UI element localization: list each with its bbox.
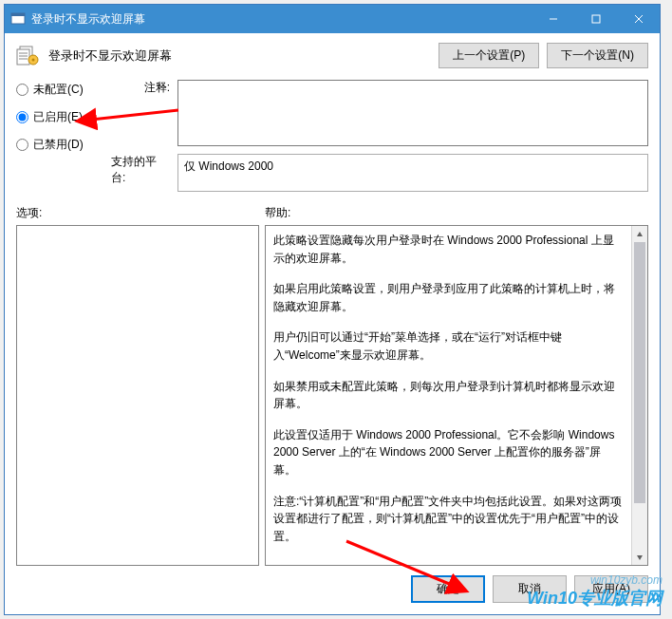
policy-icon [16, 45, 43, 67]
svg-rect-1 [11, 13, 25, 16]
radio-not-configured[interactable]: 未配置(C) [16, 82, 111, 98]
section-labels: 选项: 帮助: [16, 205, 648, 221]
dialog-window: 登录时不显示欢迎屏幕 登录时不显示欢迎屏幕 上一个设置(P) 下一个设置(N) [4, 4, 661, 615]
help-p4: 此设置仅适用于 Windows 2000 Professional。它不会影响 … [273, 426, 623, 479]
radio-enabled[interactable]: 已启用(E) [16, 109, 111, 125]
page-title: 登录时不显示欢迎屏幕 [48, 47, 172, 65]
help-p1: 如果启用此策略设置，则用户登录到应用了此策略的计算机上时，将隐藏欢迎屏幕。 [273, 280, 623, 315]
help-pane: 此策略设置隐藏每次用户登录时在 Windows 2000 Professiona… [265, 225, 648, 566]
config-grid: 未配置(C) 已启用(E) 已禁用(D) 注释: 支持的平台: 仅 Window… [16, 80, 648, 192]
app-icon [10, 11, 26, 27]
radio-disabled[interactable]: 已禁用(D) [16, 137, 111, 153]
next-setting-button[interactable]: 下一个设置(N) [547, 43, 648, 68]
apply-button[interactable]: 应用(A) [574, 575, 648, 603]
scroll-down-icon[interactable] [632, 549, 647, 565]
radio-disabled-label: 已禁用(D) [33, 137, 84, 153]
dialog-content: 登录时不显示欢迎屏幕 上一个设置(P) 下一个设置(N) 未配置(C) 已启用(… [5, 33, 660, 614]
radio-disabled-input[interactable] [16, 139, 28, 151]
help-p5: 注意:“计算机配置”和“用户配置”文件夹中均包括此设置。如果对这两项设置都进行了… [273, 493, 623, 546]
radio-not-configured-label: 未配置(C) [33, 82, 84, 98]
scroll-track[interactable] [632, 242, 647, 549]
prev-setting-button[interactable]: 上一个设置(P) [439, 43, 539, 68]
cancel-button[interactable]: 取消 [493, 575, 567, 603]
minimize-button[interactable] [532, 5, 574, 33]
radio-not-configured-input[interactable] [16, 84, 28, 96]
help-label: 帮助: [265, 205, 648, 221]
window-title: 登录时不显示欢迎屏幕 [31, 11, 145, 28]
svg-marker-14 [637, 555, 643, 560]
help-scrollbar[interactable] [631, 226, 647, 565]
header-row: 登录时不显示欢迎屏幕 上一个设置(P) 下一个设置(N) [16, 43, 648, 68]
panes: 此策略设置隐藏每次用户登录时在 Windows 2000 Professiona… [16, 225, 648, 566]
comment-field[interactable] [177, 80, 648, 146]
svg-rect-7 [17, 49, 29, 65]
svg-marker-13 [637, 232, 643, 236]
footer-buttons: 确定 取消 应用(A) [16, 566, 648, 603]
scroll-thumb[interactable] [634, 242, 645, 503]
svg-point-12 [32, 58, 35, 61]
maximize-button[interactable] [574, 5, 617, 33]
options-pane [16, 225, 259, 566]
options-label: 选项: [16, 205, 265, 221]
svg-rect-3 [592, 15, 600, 23]
supported-label: 支持的平台: [111, 154, 177, 186]
radio-enabled-label: 已启用(E) [33, 109, 83, 125]
help-p0: 此策略设置隐藏每次用户登录时在 Windows 2000 Professiona… [273, 232, 623, 267]
help-p2: 用户仍旧可以通过“开始”菜单选择，或在“运行”对话框中键入“Welcome”来显… [273, 328, 623, 364]
radio-enabled-input[interactable] [16, 111, 28, 123]
ok-button[interactable]: 确定 [411, 575, 485, 603]
comment-label: 注释: [111, 80, 177, 96]
close-button[interactable] [617, 5, 660, 33]
help-p3: 如果禁用或未配置此策略，则每次用户登录到计算机时都将显示欢迎屏幕。 [273, 378, 623, 413]
supported-field: 仅 Windows 2000 [177, 154, 648, 192]
scroll-up-icon[interactable] [632, 226, 647, 242]
title-bar: 登录时不显示欢迎屏幕 [5, 5, 660, 33]
